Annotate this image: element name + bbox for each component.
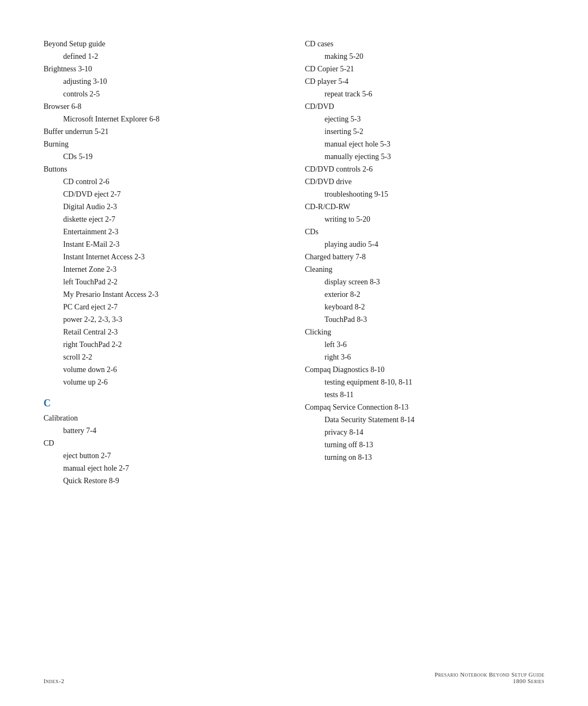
right-entries: CD casesmaking 5-20CD Copier 5-21CD play… xyxy=(305,38,544,463)
list-item: turning on 8-13 xyxy=(305,452,544,463)
list-item: display screen 8-3 xyxy=(305,276,544,288)
footer-right-line2: 1800 Series xyxy=(434,678,544,684)
list-item: CD cases xyxy=(305,38,544,50)
index-columns: Beyond Setup guidedefined 1-2Brightness … xyxy=(44,38,544,488)
list-item: manual eject hole 2-7 xyxy=(44,462,283,474)
list-item: privacy 8-14 xyxy=(305,427,544,438)
list-item: Instant E-Mail 2-3 xyxy=(44,239,283,250)
list-item: Browser 6-8 xyxy=(44,101,283,112)
list-item: eject button 2-7 xyxy=(44,450,283,461)
list-item: Compaq Diagnostics 8-10 xyxy=(305,364,544,375)
list-item: making 5-20 xyxy=(305,51,544,62)
list-item: troubleshooting 9-15 xyxy=(305,188,544,200)
list-item: volume up 2-6 xyxy=(44,376,283,388)
list-item: CD player 5-4 xyxy=(305,76,544,87)
footer-left: Index-2 xyxy=(44,678,64,684)
left-entries-c: Calibrationbattery 7-4CDeject button 2-7… xyxy=(44,412,283,486)
list-item: Digital Audio 2-3 xyxy=(44,201,283,212)
left-entries-top: Beyond Setup guidedefined 1-2Brightness … xyxy=(44,38,283,388)
list-item: TouchPad 8-3 xyxy=(305,314,544,325)
list-item: right TouchPad 2-2 xyxy=(44,339,283,350)
list-item: Brightness 3-10 xyxy=(44,63,283,75)
list-item: controls 2-5 xyxy=(44,88,283,100)
list-item: Beyond Setup guide xyxy=(44,38,283,50)
list-item: Clicking xyxy=(305,326,544,338)
list-item: CD Copier 5-21 xyxy=(305,63,544,75)
list-item: power 2-2, 2-3, 3-3 xyxy=(44,314,283,325)
list-item: right 3-6 xyxy=(305,351,544,363)
footer-right: Presario Notebook Beyond Setup Guide 180… xyxy=(434,671,544,684)
list-item: Calibration xyxy=(44,412,283,424)
list-item: Compaq Service Connection 8-13 xyxy=(305,401,544,413)
list-item: CD/DVD drive xyxy=(305,176,544,187)
list-item: PC Card eject 2-7 xyxy=(44,301,283,313)
list-item: writing to 5-20 xyxy=(305,214,544,225)
footer: Index-2 Presario Notebook Beyond Setup G… xyxy=(44,671,544,684)
list-item: Data Security Statement 8-14 xyxy=(305,414,544,425)
list-item: manually ejecting 5-3 xyxy=(305,151,544,162)
list-item: Cleaning xyxy=(305,264,544,275)
list-item: CD-R/CD-RW xyxy=(305,201,544,212)
left-column: Beyond Setup guidedefined 1-2Brightness … xyxy=(44,38,283,488)
list-item: Charged battery 7-8 xyxy=(305,251,544,263)
list-item: Instant Internet Access 2-3 xyxy=(44,251,283,263)
list-item: Burning xyxy=(44,138,283,150)
list-item: CD control 2-6 xyxy=(44,176,283,187)
list-item: defined 1-2 xyxy=(44,51,283,62)
list-item: Quick Restore 8-9 xyxy=(44,475,283,486)
footer-right-line1: Presario Notebook Beyond Setup Guide xyxy=(434,671,544,678)
list-item: battery 7-4 xyxy=(44,425,283,436)
list-item: inserting 5-2 xyxy=(305,126,544,137)
list-item: Internet Zone 2-3 xyxy=(44,264,283,275)
list-item: Buttons xyxy=(44,163,283,175)
list-item: CD/DVD eject 2-7 xyxy=(44,188,283,200)
list-item: volume down 2-6 xyxy=(44,364,283,375)
list-item: tests 8-11 xyxy=(305,389,544,400)
list-item: turning off 8-13 xyxy=(305,439,544,451)
page-container: Beyond Setup guidedefined 1-2Brightness … xyxy=(0,0,588,706)
list-item: playing audio 5-4 xyxy=(305,239,544,250)
list-item: left 3-6 xyxy=(305,339,544,350)
list-item: keyboard 8-2 xyxy=(305,301,544,313)
list-item: CDs xyxy=(305,226,544,238)
list-item: scroll 2-2 xyxy=(44,351,283,363)
list-item: My Presario Instant Access 2-3 xyxy=(44,289,283,300)
list-item: left TouchPad 2-2 xyxy=(44,276,283,288)
section-letter-c: C xyxy=(44,398,283,409)
list-item: Retail Central 2-3 xyxy=(44,326,283,338)
list-item: Entertainment 2-3 xyxy=(44,226,283,238)
list-item: adjusting 3-10 xyxy=(44,76,283,87)
list-item: repeat track 5-6 xyxy=(305,88,544,100)
list-item: ejecting 5-3 xyxy=(305,113,544,125)
list-item: CD/DVD controls 2-6 xyxy=(305,163,544,175)
list-item: Microsoft Internet Explorer 6-8 xyxy=(44,113,283,125)
list-item: CDs 5-19 xyxy=(44,151,283,162)
list-item: CD xyxy=(44,437,283,449)
list-item: diskette eject 2-7 xyxy=(44,214,283,225)
list-item: exterior 8-2 xyxy=(305,289,544,300)
right-column: CD casesmaking 5-20CD Copier 5-21CD play… xyxy=(305,38,544,488)
list-item: manual eject hole 5-3 xyxy=(305,138,544,150)
list-item: testing equipment 8-10, 8-11 xyxy=(305,376,544,388)
list-item: Buffer underrun 5-21 xyxy=(44,126,283,137)
list-item: CD/DVD xyxy=(305,101,544,112)
